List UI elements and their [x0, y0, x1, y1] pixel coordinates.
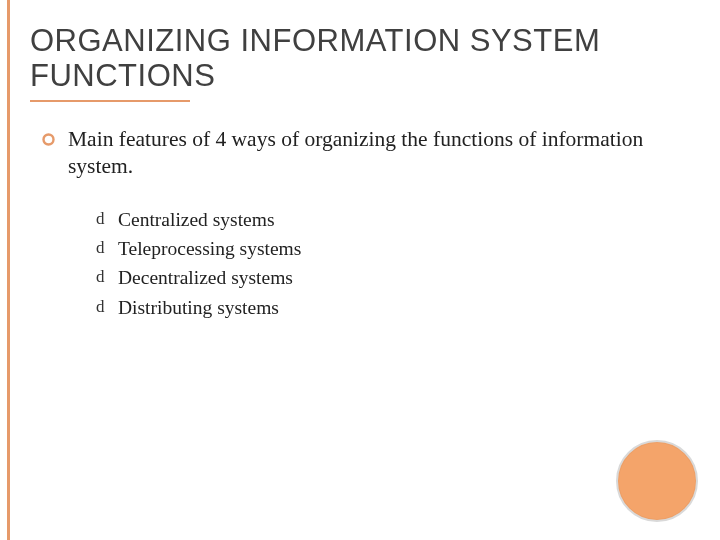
sub-item-text: Decentralized systems [118, 267, 293, 288]
swirl-bullet-icon: d [96, 295, 105, 319]
swirl-bullet-icon: d [96, 265, 105, 289]
title-underline [30, 100, 190, 102]
main-point-text: Main features of 4 ways of organizing th… [68, 127, 643, 178]
swirl-bullet-icon: d [96, 207, 105, 231]
sub-item-text: Centralized systems [118, 209, 275, 230]
slide-title: ORGANIZING INFORMATION SYSTEM FUNCTIONS [30, 24, 690, 93]
sub-item: d Centralized systems [98, 206, 665, 233]
svg-point-0 [44, 135, 54, 145]
main-bullet: Main features of 4 ways of organizing th… [46, 126, 665, 180]
donut-bullet-icon [42, 132, 55, 150]
sub-list: d Centralized systems d Teleprocessing s… [98, 206, 665, 321]
sub-item: d Decentralized systems [98, 264, 665, 291]
sub-item: d Distributing systems [98, 294, 665, 321]
swirl-bullet-icon: d [96, 236, 105, 260]
decorative-circle [616, 440, 698, 522]
sub-item-text: Teleprocessing systems [118, 238, 301, 259]
sub-item: d Teleprocessing systems [98, 235, 665, 262]
body-content: Main features of 4 ways of organizing th… [46, 126, 665, 323]
left-accent-rail [7, 0, 10, 540]
slide: ORGANIZING INFORMATION SYSTEM FUNCTIONS … [0, 0, 720, 540]
sub-item-text: Distributing systems [118, 297, 279, 318]
